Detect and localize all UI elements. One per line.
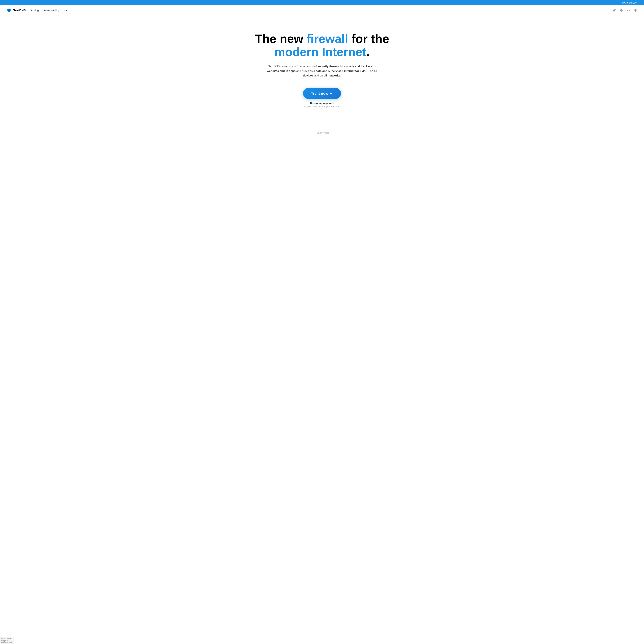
subtitle-part2: , blocks [339,65,349,68]
nav-item-pricing[interactable]: Pricing [31,9,39,12]
nav-item-help[interactable]: Help [64,9,69,12]
hero-title-part2: for the [348,32,389,45]
try-it-now-button[interactable]: Try it now → [303,88,341,99]
nav-item-privacy[interactable]: Privacy Policy [43,9,59,12]
learn-more-link[interactable]: ↓ Learn more [314,131,330,134]
subtitle-bold3: safe and supervised Internet for kids [316,69,366,73]
github-icon[interactable] [634,9,637,12]
svg-rect-1 [627,10,628,11]
top-banner: my.nextdns.io → [0,0,644,5]
navbar-left: NextDNS Pricing Privacy Policy Help [7,8,69,13]
learn-more-label: Learn more [317,131,330,134]
subtitle-part1: NextDNS protects you from all kinds of [268,65,318,68]
banner-text: my.nextdns.io [622,1,637,4]
subtitle-part5: and on [313,74,324,77]
subtitle-period: . [340,74,341,77]
banner-arrow: → [638,1,640,4]
cta-note: No signup required. Sign up later to sav… [304,102,340,108]
learn-more-arrow: ↓ [314,131,316,134]
pricing-link[interactable]: Pricing [31,9,39,12]
my-nextdns-link[interactable]: my.nextdns.io → [622,1,640,4]
subtitle-part3: and provides a [296,69,316,73]
hero-title-highlight: firewall [307,32,348,45]
subtitle-bold1: security threats [318,65,339,68]
status-line-1: reiaax.co.cc [1,638,12,640]
twitter-icon[interactable] [612,9,616,12]
status-line-3: maloedu.com [1,642,12,644]
medium-icon[interactable] [627,9,630,12]
svg-rect-3 [629,10,630,11]
cta-note-secondary: Sign up later to save your settings. [304,105,340,108]
svg-point-0 [620,9,623,12]
nav-links: Pricing Privacy Policy Help [31,9,69,12]
reddit-icon[interactable] [620,9,623,12]
hero-subtitle: NextDNS protects you from all kinds of s… [267,64,377,78]
logo[interactable]: NextDNS [7,8,26,13]
hero-title-period: . [366,45,370,59]
hero-section: The new firewall for the modern Internet… [247,15,397,118]
logo-icon [7,8,11,13]
hero-title-part1: The new [255,32,307,45]
subtitle-bold5: all networks [324,74,340,77]
cta-container: Try it now → No signup required. Sign up… [303,88,341,108]
navbar: NextDNS Pricing Privacy Policy Help [0,5,644,15]
learn-more-section: ↓ Learn more [0,118,644,141]
navbar-right [612,9,637,12]
svg-rect-2 [628,10,628,11]
status-line-2: rolyjyl.ru [1,640,12,642]
logo-text: NextDNS [13,9,26,12]
cta-note-primary: No signup required. [310,102,334,104]
hero-title-line2: modern Internet [274,45,366,59]
privacy-link[interactable]: Privacy Policy [43,9,59,12]
subtitle-part4: — on [366,69,374,73]
help-link[interactable]: Help [64,9,69,12]
hero-title: The new firewall for the modern Internet… [255,32,389,59]
status-bar: reiaax.co.cc rolyjyl.ru maloedu.com [0,637,14,644]
